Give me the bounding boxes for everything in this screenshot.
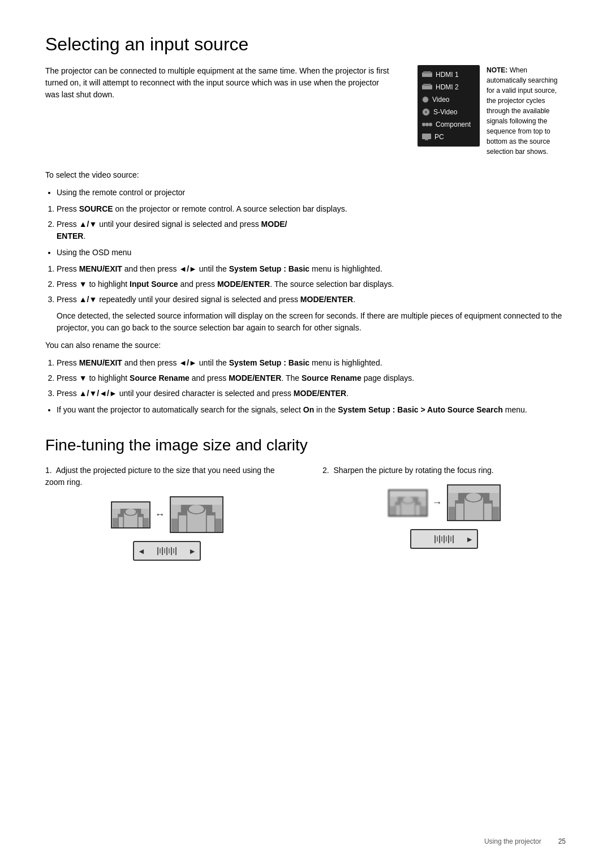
svg-point-10: [429, 123, 432, 126]
svg-point-29: [188, 505, 203, 513]
menu-step-2: Press ▼ to highlight Input Source and pr…: [57, 278, 566, 290]
menu-step2-bold2: MODE/ENTER: [217, 280, 270, 289]
zoom-ring-left-arrow: ◄: [137, 547, 145, 556]
auto-bold-on: On: [303, 405, 314, 414]
rename-step1-bold1: MENU/EXIT: [79, 358, 122, 367]
svideo-icon: [422, 108, 430, 116]
once-detected-text: Once detected, the selected source infor…: [57, 310, 566, 334]
tick: [164, 548, 165, 553]
video-icon: [422, 96, 429, 103]
source-selection-bar: HDMI 1 HDMI 2 Video S-Video Component PC: [418, 65, 480, 147]
rename-step3-bold: MODE/ENTER: [294, 389, 346, 398]
tick: [173, 548, 174, 553]
menu-step3-bold: MODE/ENTER: [300, 295, 353, 304]
fine-tuning-columns: 1. Adjust the projected picture to the s…: [45, 465, 566, 561]
hdmi2-icon: [422, 84, 432, 91]
rename-step2-bold2: MODE/ENTER: [229, 373, 281, 383]
rename-step3-keys: ▲/▼/◄/►: [79, 389, 117, 398]
svg-rect-22: [138, 517, 142, 527]
tick: [453, 535, 454, 543]
tick: [162, 547, 163, 555]
focus-arrow: →: [432, 497, 442, 509]
source-label-hdmi2: HDMI 2: [436, 83, 459, 91]
tick: [439, 535, 440, 543]
svg-rect-12: [425, 139, 428, 140]
menu-step1-bold1: MENU/EXIT: [79, 264, 122, 273]
menu-step3-keys: ▲/▼: [79, 295, 97, 304]
rename-step2-key: ▼: [79, 373, 87, 383]
page-title-2: Fine-tuning the image size and clarity: [45, 436, 566, 454]
menu-step1-keys: ◄/►: [179, 264, 197, 273]
svg-point-40: [402, 497, 412, 503]
select-video-label: To select the video source:: [45, 169, 566, 181]
pc-icon: [422, 134, 431, 140]
svg-rect-45: [389, 491, 425, 497]
svg-rect-33: [206, 515, 214, 532]
tick: [166, 547, 167, 555]
auto-source-bullet: If you want the projector to automatical…: [57, 404, 566, 416]
zoom-ring-right-arrow: ►: [188, 547, 196, 556]
svg-rect-21: [118, 517, 122, 527]
note-label: NOTE:: [487, 66, 507, 74]
intro-text-block: The projector can be connected to multip…: [45, 65, 395, 162]
menu-step-3: Press ▲/▼ repeatedly until your desired …: [57, 294, 566, 306]
component-icon: [422, 122, 432, 127]
svg-point-9: [425, 123, 429, 126]
auto-bold-system: System Setup : Basic > Auto Source Searc…: [338, 405, 503, 414]
once-detected-paragraph: Once detected, the selected source infor…: [57, 310, 566, 334]
svg-rect-11: [422, 134, 431, 139]
svg-point-8: [422, 123, 425, 126]
zoom-top-row: ↔: [111, 496, 223, 533]
source-step1-bold: SOURCE: [79, 204, 113, 213]
zoom-ring-ticks: [157, 547, 177, 555]
svg-rect-23: [112, 502, 148, 509]
tick: [160, 548, 161, 553]
rename-step-3: Press ▲/▼/◄/► until your desired charact…: [57, 388, 566, 399]
source-item-svideo: S-Video: [418, 106, 480, 118]
rename-step-1: Press MENU/EXIT and then press ◄/► until…: [57, 357, 566, 369]
source-step2-keys: ▲/▼: [79, 220, 97, 229]
tick: [175, 547, 177, 555]
tick: [448, 535, 449, 543]
focus-ring-container: ►: [410, 529, 478, 549]
source-bar-and-note: HDMI 1 HDMI 2 Video S-Video Component PC: [418, 65, 566, 162]
zoom-step-text: Adjust the projected picture to the size…: [45, 466, 275, 487]
menu-step1-bold2: System Setup : Basic: [229, 264, 309, 273]
tick: [441, 536, 442, 542]
source-steps-list: Press SOURCE on the projector or remote …: [57, 203, 566, 242]
footer-page-number: 25: [558, 837, 566, 845]
source-step-1: Press SOURCE on the projector or remote …: [57, 203, 566, 215]
focus-sharp-frame: [447, 484, 501, 521]
bullet-remote: Using the remote control or projector: [57, 187, 566, 199]
focus-step-text: Sharpen the picture by rotating the focu…: [333, 466, 493, 475]
source-label-component: Component: [436, 121, 471, 128]
focus-ring-ticks: [434, 535, 454, 543]
zoom-large-frame: [170, 496, 223, 533]
svg-point-51: [466, 493, 480, 501]
tick: [450, 536, 451, 542]
auto-source-bullet-list: If you want the projector to automatical…: [57, 404, 566, 416]
tick: [171, 547, 172, 555]
page-footer: Using the projector 25: [484, 837, 566, 845]
svg-rect-54: [456, 504, 463, 520]
bullet-list-osd: Using the OSD menu: [57, 247, 566, 259]
source-label-hdmi1: HDMI 1: [436, 71, 459, 79]
menu-step2-key: ▼: [79, 280, 87, 289]
source-item-pc: PC: [418, 131, 480, 143]
arch-sharp-svg: [448, 485, 500, 520]
rename-step1-keys: ◄/►: [179, 358, 197, 367]
hdmi1-icon: [422, 71, 432, 78]
menu-steps-list: Press MENU/EXIT and then press ◄/► until…: [57, 263, 566, 306]
svg-rect-55: [484, 504, 491, 520]
source-step-2: Press ▲/▼ until your desired signal is s…: [57, 218, 566, 242]
note-box: NOTE: When automatically searching for a…: [487, 65, 566, 162]
intro-paragraph: The projector can be connected to multip…: [45, 65, 395, 101]
svg-point-6: [425, 111, 427, 113]
source-item-component: Component: [418, 118, 480, 131]
svg-rect-34: [171, 497, 221, 505]
zoom-illustration: ↔: [45, 496, 289, 561]
bullet-osd: Using the OSD menu: [57, 247, 566, 259]
arch-small-svg: [112, 502, 149, 527]
tick: [434, 535, 436, 543]
rename-step-2: Press ▼ to highlight Source Rename and p…: [57, 372, 566, 384]
